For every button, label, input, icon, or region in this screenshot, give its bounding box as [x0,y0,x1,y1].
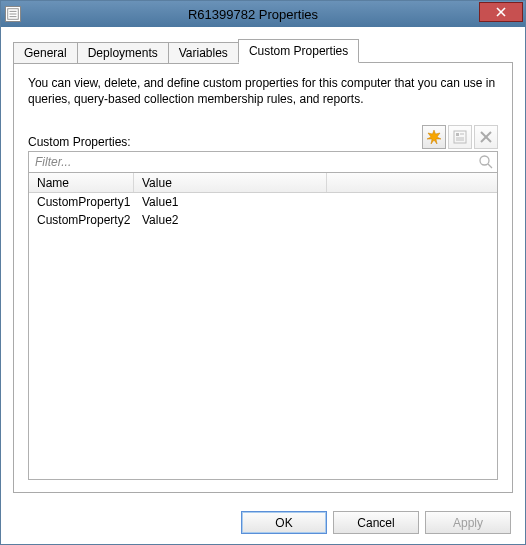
section-header-row: Custom Properties: [28,125,498,149]
tab-variables[interactable]: Variables [168,42,239,64]
delete-icon [479,130,493,144]
svg-rect-7 [454,131,466,143]
properties-icon [453,130,467,144]
tab-custom-properties[interactable]: Custom Properties [238,39,359,63]
apply-button[interactable]: Apply [425,511,511,534]
svg-rect-8 [456,133,459,136]
delete-property-button[interactable] [474,125,498,149]
starburst-icon [427,130,441,144]
properties-list[interactable]: Name Value CustomProperty1 Value1 Custom… [28,173,498,480]
close-button[interactable] [479,2,523,22]
row-value: Value2 [134,213,497,227]
table-row[interactable]: CustomProperty2 Value2 [29,211,497,229]
system-icon [5,6,21,22]
column-header-value[interactable]: Value [134,173,327,192]
window-title: R61399782 Properties [27,7,479,22]
filter-input[interactable] [28,151,498,173]
column-header-spacer [327,173,497,192]
tab-panel: You can view, delete, and define custom … [13,62,513,493]
svg-marker-6 [427,130,441,144]
list-header: Name Value [29,173,497,193]
row-name: CustomProperty1 [29,195,134,209]
column-header-name[interactable]: Name [29,173,134,192]
tab-deployments[interactable]: Deployments [77,42,169,64]
titlebar: R61399782 Properties [1,1,525,27]
section-label: Custom Properties: [28,135,131,149]
svg-line-15 [488,164,492,168]
search-icon [478,154,494,170]
svg-point-14 [480,156,489,165]
tab-general[interactable]: General [13,42,78,64]
cancel-button[interactable]: Cancel [333,511,419,534]
new-property-button[interactable] [422,125,446,149]
ok-button[interactable]: OK [241,511,327,534]
edit-property-button[interactable] [448,125,472,149]
panel-description: You can view, delete, and define custom … [28,75,498,107]
toolbar [420,125,498,149]
tab-strip: General Deployments Variables Custom Pro… [13,37,513,63]
dialog-body: General Deployments Variables Custom Pro… [1,27,525,501]
properties-dialog: R61399782 Properties General Deployments… [0,0,526,545]
dialog-footer: OK Cancel Apply [1,501,525,544]
close-icon [496,7,506,17]
filter-wrap [28,151,498,173]
row-name: CustomProperty2 [29,213,134,227]
row-value: Value1 [134,195,497,209]
table-row[interactable]: CustomProperty1 Value1 [29,193,497,211]
